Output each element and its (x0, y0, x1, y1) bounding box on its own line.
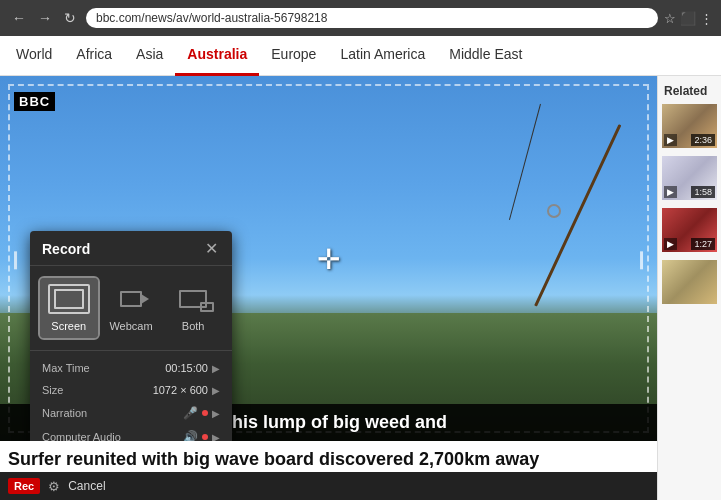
webcam-icon-body (120, 291, 142, 307)
audio-active-dot (202, 434, 208, 440)
rec-bar: Rec ⚙ Cancel (0, 472, 657, 500)
size-value: 1072 × 600 (153, 384, 208, 396)
webcam-option[interactable]: Webcam (101, 278, 160, 338)
both-option-label: Both (182, 320, 205, 332)
sidebar-thumb-2[interactable]: ▶ 1:58 (662, 156, 717, 200)
size-row: Size 1072 × 600 ▶ (30, 379, 232, 401)
webcam-icon (110, 284, 152, 314)
main-content: BBC ❙ ❙ ✛ o this lump of big weed and Re… (0, 76, 721, 500)
audio-controls: 🔊 ▶ (183, 430, 220, 441)
extensions-icon[interactable]: ⬛ (680, 11, 696, 26)
dialog-settings: Max Time 00:15:00 ▶ Size 1072 × 600 ▶ Na… (30, 351, 232, 441)
fishing-rod (534, 124, 621, 307)
nav-buttons: ← → ↻ (8, 8, 80, 28)
dialog-header: Record ✕ (30, 231, 232, 266)
screen-icon-inner (54, 289, 84, 309)
size-arrow[interactable]: ▶ (212, 385, 220, 396)
back-button[interactable]: ← (8, 8, 30, 28)
nav-item-australia[interactable]: Australia (175, 36, 259, 76)
play-icon-2: ▶ (664, 186, 677, 198)
article-title: Surfer reunited with big wave board disc… (0, 445, 657, 472)
sidebar: Related ▶ 2:36 ▶ 1:58 ▶ 1:27 (657, 76, 721, 500)
menu-icon[interactable]: ⋮ (700, 11, 713, 26)
browser-icons: ☆ ⬛ ⋮ (664, 11, 713, 26)
narration-arrow[interactable]: ▶ (212, 408, 220, 419)
screen-option[interactable]: Screen (40, 278, 98, 338)
play-icon-3: ▶ (664, 238, 677, 250)
address-bar[interactable] (86, 8, 658, 28)
cancel-button[interactable]: Cancel (68, 479, 105, 493)
thumb-img-4 (662, 260, 717, 304)
nav-item-asia[interactable]: Asia (124, 36, 175, 76)
thumb-duration-3: 1:27 (691, 238, 715, 250)
computer-audio-label: Computer Audio (42, 431, 183, 441)
max-time-value: 00:15:00 (165, 362, 208, 374)
sidebar-thumb-1[interactable]: ▶ 2:36 (662, 104, 717, 148)
settings-gear-icon[interactable]: ⚙ (48, 479, 60, 494)
sidebar-header: Related (662, 80, 717, 104)
bbc-logo: BBC (14, 92, 55, 111)
video-area[interactable]: BBC ❙ ❙ ✛ o this lump of big weed and Re… (0, 76, 657, 441)
webcam-option-label: Webcam (109, 320, 152, 332)
both-icon (172, 284, 214, 314)
nav-item-africa[interactable]: Africa (64, 36, 124, 76)
nav-item-middle-east[interactable]: Middle East (437, 36, 534, 76)
max-time-arrow[interactable]: ▶ (212, 363, 220, 374)
thumb-duration-2: 1:58 (691, 186, 715, 198)
nav-item-world[interactable]: World (4, 36, 64, 76)
speaker-icon: 🔊 (183, 430, 198, 441)
record-options: Screen Webcam (30, 266, 232, 351)
nav-item-latin-america[interactable]: Latin America (328, 36, 437, 76)
both-option[interactable]: Both (164, 278, 222, 338)
dialog-close-button[interactable]: ✕ (203, 241, 220, 257)
mic-icon: 🎤 (183, 406, 198, 420)
nav-item-europe[interactable]: Europe (259, 36, 328, 76)
size-label: Size (42, 384, 153, 396)
move-cursor[interactable]: ✛ (317, 242, 340, 275)
narration-label: Narration (42, 407, 183, 419)
sidebar-thumb-4[interactable] (662, 260, 717, 304)
thumb-duration-1: 2:36 (691, 134, 715, 146)
right-edge-handle[interactable]: ❙ (634, 248, 649, 270)
narration-active-dot (202, 410, 208, 416)
max-time-row: Max Time 00:15:00 ▶ (30, 357, 232, 379)
max-time-label: Max Time (42, 362, 165, 374)
left-edge-handle[interactable]: ❙ (8, 248, 23, 270)
play-icon-1: ▶ (664, 134, 677, 146)
dialog-title: Record (42, 241, 90, 257)
fishing-line (509, 104, 541, 220)
rec-badge: Rec (8, 478, 40, 494)
hook-ring (547, 204, 561, 218)
computer-audio-row: Computer Audio 🔊 ▶ (30, 425, 232, 441)
sidebar-thumb-3[interactable]: ▶ 1:27 (662, 208, 717, 252)
star-icon[interactable]: ☆ (664, 11, 676, 26)
nav-bar: World Africa Asia Australia Europe Latin… (0, 36, 721, 76)
reload-button[interactable]: ↻ (60, 8, 80, 28)
narration-controls: 🎤 ▶ (183, 406, 220, 420)
screen-option-label: Screen (51, 320, 86, 332)
browser-chrome: ← → ↻ ☆ ⬛ ⋮ (0, 0, 721, 36)
screen-icon (48, 284, 90, 314)
both-webcam (200, 302, 214, 312)
webcam-lens (141, 294, 149, 304)
record-dialog: Record ✕ Screen (30, 231, 232, 441)
narration-row: Narration 🎤 ▶ (30, 401, 232, 425)
forward-button[interactable]: → (34, 8, 56, 28)
audio-arrow[interactable]: ▶ (212, 432, 220, 442)
